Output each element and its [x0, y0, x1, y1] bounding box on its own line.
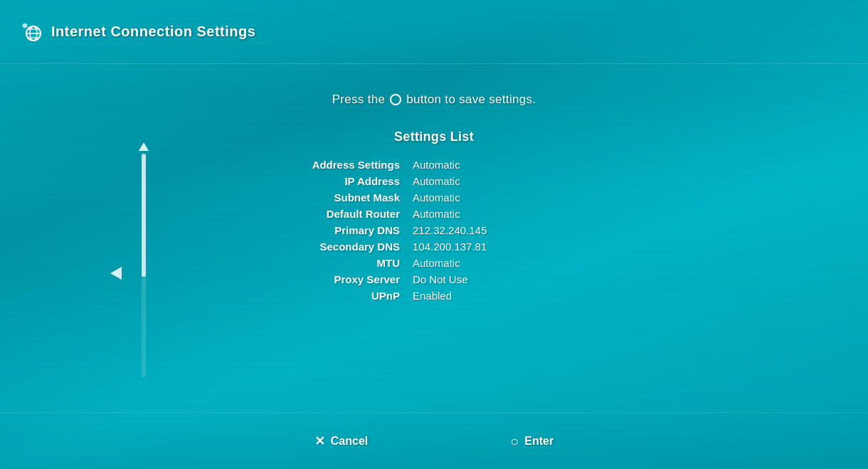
label-upnp: UPnP: [256, 290, 413, 302]
globe-icon: [21, 22, 41, 42]
x-icon: ✕: [314, 433, 325, 449]
settings-row-primary-dns: Primary DNS 212.32.240.145: [256, 224, 612, 236]
label-proxy-server: Proxy Server: [256, 273, 413, 285]
circle-button-icon: [390, 94, 401, 105]
bottom-bar: ✕ Cancel ○ Enter: [0, 412, 868, 469]
label-mtu: MTU: [256, 257, 413, 269]
svg-point-0: [23, 23, 27, 28]
instruction-text: Press the button to save settings.: [332, 93, 536, 107]
value-address-settings: Automatic: [413, 159, 460, 171]
settings-row-upnp: UPnP Enabled: [256, 290, 612, 302]
label-secondary-dns: Secondary DNS: [256, 241, 413, 253]
page-title: Internet Connection Settings: [51, 23, 255, 40]
main-content: Press the button to save settings. Setti…: [0, 93, 868, 412]
settings-row-mtu: MTU Automatic: [256, 257, 612, 269]
value-proxy-server: Do Not Use: [413, 273, 468, 285]
cancel-button[interactable]: ✕ Cancel: [314, 433, 368, 449]
enter-label: Enter: [524, 435, 554, 448]
settings-row-proxy: Proxy Server Do Not Use: [256, 273, 612, 285]
circle-icon: ○: [510, 434, 519, 448]
label-subnet-mask: Subnet Mask: [256, 191, 413, 204]
label-default-router: Default Router: [256, 208, 413, 220]
enter-button[interactable]: ○ Enter: [510, 434, 554, 448]
settings-table: Address Settings Automatic IP Address Au…: [256, 159, 612, 302]
settings-row-ip: IP Address Automatic: [256, 175, 612, 187]
instruction-suffix: button to save settings.: [406, 93, 536, 106]
cancel-label: Cancel: [331, 435, 368, 448]
label-ip-address: IP Address: [256, 175, 413, 187]
value-ip-address: Automatic: [413, 175, 460, 187]
instruction-prefix: Press the: [332, 93, 386, 106]
settings-row-address: Address Settings Automatic: [256, 159, 612, 171]
value-upnp: Enabled: [413, 290, 452, 302]
value-default-router: Automatic: [413, 208, 460, 220]
label-address-settings: Address Settings: [256, 159, 413, 171]
value-mtu: Automatic: [413, 257, 460, 269]
settings-row-router: Default Router Automatic: [256, 208, 612, 220]
settings-list-title: Settings List: [394, 130, 474, 144]
title-bar: Internet Connection Settings: [0, 0, 868, 64]
label-primary-dns: Primary DNS: [256, 224, 413, 236]
settings-row-secondary-dns: Secondary DNS 104.200.137.81: [256, 241, 612, 253]
settings-row-subnet: Subnet Mask Automatic: [256, 191, 612, 204]
value-subnet-mask: Automatic: [413, 191, 460, 204]
value-primary-dns: 212.32.240.145: [413, 224, 487, 236]
value-secondary-dns: 104.200.137.81: [413, 241, 487, 253]
